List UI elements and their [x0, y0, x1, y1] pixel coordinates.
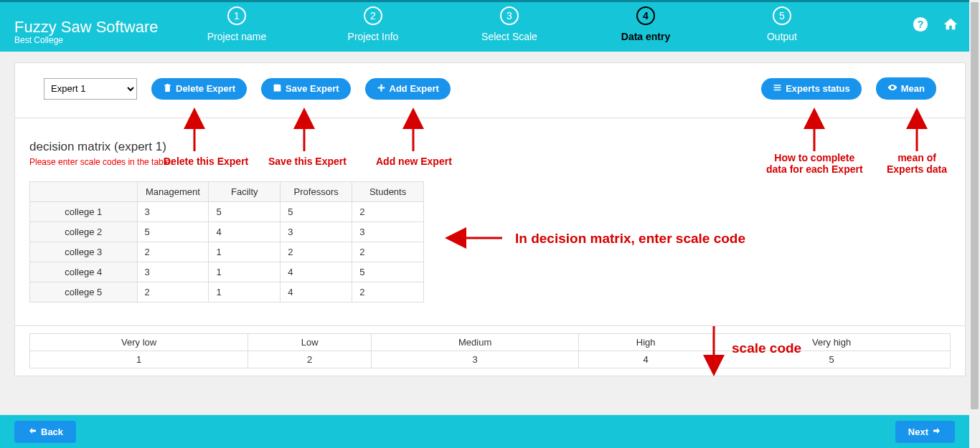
matrix-cell[interactable]: 5 — [352, 262, 424, 282]
scale-code-table: Very lowLowMediumHighVery high12345 — [29, 333, 951, 368]
matrix-cell[interactable]: 2 — [352, 202, 424, 222]
experts-status-button[interactable]: Experts status — [761, 78, 862, 100]
home-icon[interactable] — [943, 16, 958, 36]
save-icon — [273, 83, 282, 95]
expert-select[interactable]: Expert 1 — [44, 78, 137, 100]
row-label: college 4 — [30, 262, 138, 282]
matrix-cell[interactable]: 1 — [209, 282, 281, 302]
plus-icon — [377, 83, 386, 95]
wizard-step-3[interactable]: 3Select Scale — [473, 6, 545, 42]
scale-code: 2 — [248, 351, 372, 368]
step-number: 4 — [636, 6, 655, 25]
arrow-left-icon — [27, 426, 37, 437]
svg-text:?: ? — [918, 19, 924, 30]
row-label: college 2 — [30, 222, 138, 242]
scrollbar[interactable] — [969, 0, 980, 448]
matrix-warning: Please enter scale codes in the table. — [29, 157, 951, 167]
decision-matrix-table[interactable]: ManagementFaciltyProfessorsStudentscolle… — [29, 181, 424, 302]
table-row: college 52142 — [30, 282, 424, 302]
matrix-header: Students — [352, 182, 424, 202]
mean-button[interactable]: Mean — [876, 77, 936, 100]
matrix-cell[interactable]: 5 — [281, 202, 352, 222]
matrix-cell[interactable]: 3 — [281, 222, 352, 242]
step-label: Output — [746, 31, 818, 42]
next-button[interactable]: Next — [895, 421, 955, 443]
step-number: 2 — [364, 6, 382, 25]
scale-panel: Very lowLowMediumHighVery high12345 — [14, 326, 966, 376]
matrix-cell[interactable]: 2 — [137, 242, 209, 262]
wizard-steps: 1Project name2Project Info3Select Scale4… — [201, 6, 818, 42]
delete-expert-button[interactable]: Delete Expert — [151, 78, 247, 100]
table-row: college 32122 — [30, 242, 424, 262]
matrix-cell[interactable]: 3 — [137, 202, 209, 222]
scale-label: Very high — [713, 334, 951, 351]
top-header: Fuzzy Saw Software Best College 1Project… — [0, 0, 980, 52]
row-label: college 5 — [30, 282, 138, 302]
row-label: college 1 — [30, 202, 138, 222]
wizard-step-1[interactable]: 1Project name — [201, 6, 273, 42]
matrix-title: decision matrix (expert 1) — [29, 140, 951, 154]
eye-icon — [887, 82, 897, 95]
scale-code: 1 — [30, 351, 248, 368]
add-expert-button[interactable]: Add Expert — [365, 78, 451, 100]
table-row: college 43145 — [30, 262, 424, 282]
step-label: Select Scale — [473, 31, 545, 42]
save-expert-button[interactable]: Save Expert — [261, 78, 350, 100]
matrix-cell[interactable]: 4 — [281, 262, 352, 282]
step-number: 1 — [227, 6, 246, 25]
matrix-header: Professors — [281, 182, 352, 202]
matrix-cell[interactable]: 2 — [352, 242, 424, 262]
matrix-cell[interactable]: 4 — [281, 282, 352, 302]
matrix-cell[interactable]: 3 — [352, 222, 424, 242]
scale-label: Very low — [30, 334, 248, 351]
matrix-cell[interactable]: 5 — [209, 202, 281, 222]
step-label: Project Info — [337, 31, 409, 42]
matrix-cell[interactable]: 2 — [281, 242, 352, 262]
matrix-cell[interactable]: 3 — [137, 262, 209, 282]
row-label: college 3 — [30, 242, 138, 262]
matrix-header: Management — [137, 182, 209, 202]
step-label: Data entry — [610, 31, 682, 42]
wizard-step-5[interactable]: 5Output — [746, 6, 818, 42]
back-button[interactable]: Back — [14, 421, 76, 443]
app-subtitle: Best College — [14, 35, 63, 45]
wizard-step-2[interactable]: 2Project Info — [337, 6, 409, 42]
matrix-cell[interactable]: 5 — [137, 222, 209, 242]
scale-label: Medium — [372, 334, 579, 351]
matrix-cell[interactable]: 4 — [209, 222, 281, 242]
scale-label: Low — [248, 334, 372, 351]
table-row: college 13552 — [30, 202, 424, 222]
matrix-cell[interactable]: 1 — [209, 262, 281, 282]
wizard-step-4[interactable]: 4Data entry — [610, 6, 682, 42]
matrix-header: Facilty — [209, 182, 281, 202]
list-icon — [773, 83, 782, 95]
scale-code: 3 — [372, 351, 579, 368]
matrix-cell[interactable]: 2 — [137, 282, 209, 302]
table-row: college 25433 — [30, 222, 424, 242]
scale-code: 4 — [579, 351, 713, 368]
step-number: 5 — [773, 6, 791, 25]
trash-icon — [163, 83, 172, 95]
arrow-right-icon — [932, 426, 942, 437]
help-icon[interactable]: ? — [913, 16, 928, 36]
decision-matrix-panel: decision matrix (expert 1) Please enter … — [14, 118, 966, 326]
app-title: Fuzzy Saw Software — [14, 18, 159, 37]
step-number: 3 — [500, 6, 519, 25]
step-label: Project name — [201, 31, 273, 42]
matrix-cell[interactable]: 1 — [209, 242, 281, 262]
matrix-cell[interactable]: 2 — [352, 282, 424, 302]
matrix-header — [30, 182, 138, 202]
scale-label: High — [579, 334, 713, 351]
scale-code: 5 — [713, 351, 951, 368]
toolbar-panel: Expert 1 Delete Expert Save Expert Add E… — [14, 62, 966, 118]
scrollbar-thumb[interactable] — [971, 2, 979, 409]
footer-bar: Back Next — [0, 415, 969, 448]
